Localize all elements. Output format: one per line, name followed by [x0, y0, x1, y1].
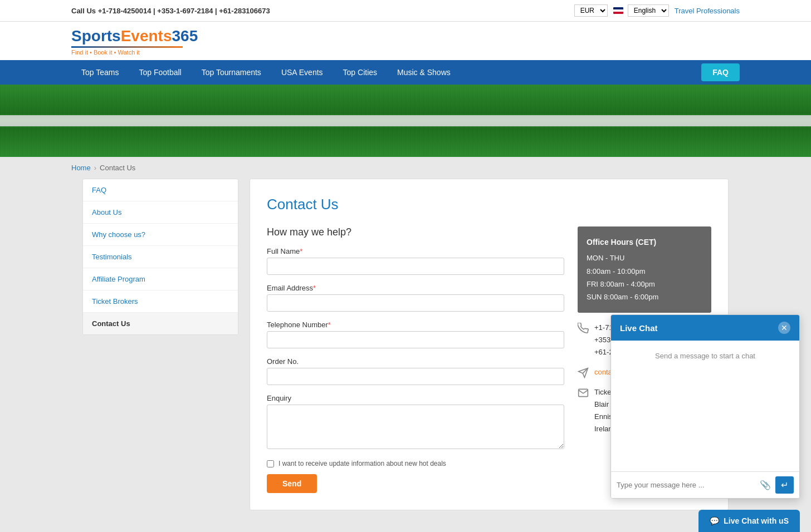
- live-chat-title: Live Chat: [620, 323, 658, 333]
- email-group: Email Address*: [267, 284, 564, 312]
- live-chat-body: Send a message to start a chat: [611, 341, 799, 471]
- logo-sports: Sports: [71, 27, 121, 45]
- header: SportsEvents365 Find it • Book it • Watc…: [0, 22, 811, 60]
- email-label: Email Address*: [267, 284, 564, 292]
- nav-item-top-tournaments[interactable]: Top Tournaments: [192, 60, 271, 85]
- sidebar-item-about-us[interactable]: About Us: [83, 201, 238, 224]
- required-marker: *: [328, 321, 331, 329]
- office-hours-sun: SUN 8:00am - 6:00pm: [587, 290, 702, 303]
- sidebar-menu: FAQ About Us Why choose us? Testimonials…: [82, 179, 238, 335]
- live-chat-messages: [620, 360, 790, 460]
- attach-icon[interactable]: 📎: [760, 480, 771, 490]
- sidebar-item-faq[interactable]: FAQ: [83, 179, 238, 201]
- contact-form: How may we help? Full Name* Email Addres…: [267, 226, 564, 493]
- enquiry-group: Enquiry: [267, 394, 564, 451]
- breadcrumb-home[interactable]: Home: [71, 164, 91, 172]
- language-selector[interactable]: English: [628, 4, 669, 17]
- nav-item-top-teams[interactable]: Top Teams: [71, 60, 129, 85]
- phone-icon: [578, 323, 589, 334]
- breadcrumb-bar: Home › Contact Us: [0, 157, 811, 179]
- chat-bubble-icon: 💬: [710, 516, 719, 525]
- phone-group: Telephone Number*: [267, 321, 564, 348]
- logo-365: 365: [172, 27, 198, 45]
- office-hours-fri: FRI 8:00am - 4:00pm: [587, 278, 702, 290]
- full-name-input[interactable]: [267, 258, 564, 275]
- travel-professionals-link[interactable]: Travel Professionals: [675, 7, 740, 15]
- full-name-group: Full Name*: [267, 247, 564, 275]
- live-chat-bottom-button[interactable]: 💬 Live Chat with uS: [698, 510, 800, 532]
- sidebar-item-ticket-brokers[interactable]: Ticket Brokers: [83, 290, 238, 313]
- live-chat-header: Live Chat ✕: [611, 315, 799, 341]
- live-chat-send-button[interactable]: ↵: [775, 476, 794, 494]
- breadcrumb-separator: ›: [94, 164, 96, 172]
- order-group: Order No.: [267, 357, 564, 385]
- live-chat-input[interactable]: [617, 481, 755, 489]
- top-bar: Call Us +1-718-4250014 | +353-1-697-2184…: [0, 0, 811, 22]
- nav-item-top-football[interactable]: Top Football: [129, 60, 191, 85]
- email-input[interactable]: [267, 294, 564, 312]
- breadcrumb-current: Contact Us: [100, 164, 135, 172]
- required-marker: *: [313, 284, 316, 292]
- sidebar-item-why-choose-us[interactable]: Why choose us?: [83, 224, 238, 246]
- order-input[interactable]: [267, 368, 564, 385]
- phone-input[interactable]: [267, 331, 564, 348]
- newsletter-checkbox[interactable]: [267, 460, 274, 467]
- form-section-title: How may we help?: [267, 226, 564, 238]
- live-chat-input-area: 📎 ↵: [611, 471, 799, 498]
- office-hours-box: Office Hours (CET) MON - THU 8:00am - 10…: [578, 226, 711, 313]
- faq-button[interactable]: FAQ: [701, 63, 740, 81]
- live-chat-btn-label: Live Chat with uS: [724, 516, 789, 525]
- full-name-label: Full Name*: [267, 247, 564, 255]
- sidebar-item-contact-us[interactable]: Contact Us: [83, 313, 238, 334]
- live-chat-close-button[interactable]: ✕: [778, 322, 790, 334]
- mail-icon: [578, 387, 589, 398]
- hero-banner: [0, 85, 811, 157]
- sidebar-item-testimonials[interactable]: Testimonials: [83, 246, 238, 268]
- sidebar-item-affiliate-program[interactable]: Affiliate Program: [83, 268, 238, 290]
- nav-item-usa-events[interactable]: USA Events: [271, 60, 333, 85]
- main-nav: Top Teams Top Football Top Tournaments U…: [0, 60, 811, 85]
- breadcrumb: Home › Contact Us: [71, 164, 740, 172]
- order-label: Order No.: [267, 357, 564, 366]
- required-marker: *: [300, 247, 302, 255]
- logo-underline: [71, 46, 183, 48]
- logo-events: Events: [121, 27, 172, 45]
- phone-label: Telephone Number*: [267, 321, 564, 329]
- send-button[interactable]: Send: [267, 474, 317, 493]
- currency-selector[interactable]: EUR: [574, 4, 608, 17]
- office-hours-mon-thu: MON - THU: [587, 252, 702, 264]
- phone-numbers: Call Us +1-718-4250014 | +353-1-697-2184…: [71, 7, 270, 15]
- flag-icon: [613, 7, 623, 14]
- sidebar: FAQ About Us Why choose us? Testimonials…: [82, 179, 238, 510]
- enquiry-textarea[interactable]: [267, 405, 564, 449]
- send-icon: [578, 367, 589, 378]
- enquiry-label: Enquiry: [267, 394, 564, 402]
- logo-tagline: Find it • Book it • Watch it: [71, 49, 740, 56]
- nav-item-top-cities[interactable]: Top Cities: [333, 60, 387, 85]
- live-chat-widget: Live Chat ✕ Send a message to start a ch…: [610, 314, 800, 499]
- office-hours-title: Office Hours (CET): [587, 235, 702, 249]
- logo[interactable]: SportsEvents365 Find it • Book it • Watc…: [71, 27, 740, 56]
- nav-item-music-shows[interactable]: Music & Shows: [387, 60, 461, 85]
- office-hours-mon-thu-hours: 8:00am - 10:00pm: [587, 265, 702, 278]
- page-title: Contact Us: [267, 196, 711, 213]
- live-chat-placeholder: Send a message to start a chat: [655, 352, 755, 360]
- newsletter-label[interactable]: I want to receive update information abo…: [267, 460, 564, 467]
